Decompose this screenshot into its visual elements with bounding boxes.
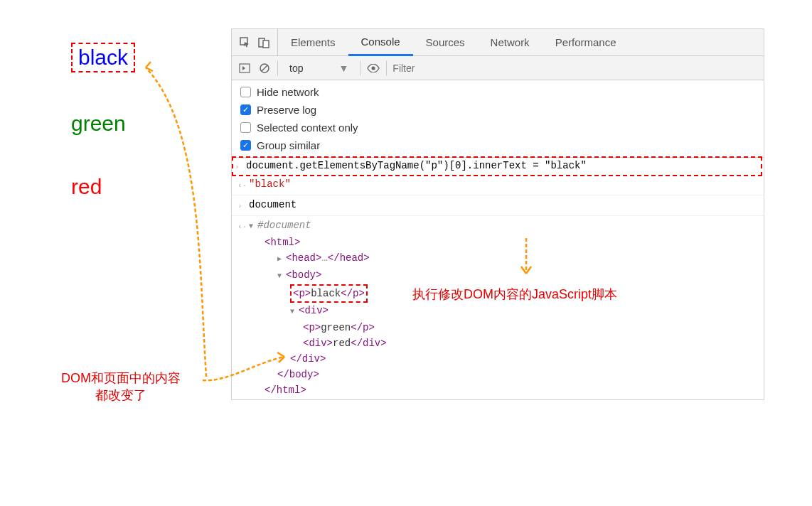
- tab-elements[interactable]: Elements: [278, 29, 348, 55]
- eye-icon[interactable]: [366, 61, 380, 75]
- body-open-tag[interactable]: <body>: [286, 269, 321, 281]
- div-close-tag: </div>: [290, 353, 326, 365]
- setting-group-similar[interactable]: ✓ Group similar: [232, 136, 764, 154]
- device-toggle-icon[interactable]: [256, 35, 272, 50]
- ellipsis: …: [321, 252, 327, 264]
- filter-input[interactable]: [386, 60, 758, 76]
- console-command-line[interactable]: › document.getElementsByTagName("p")[0].…: [232, 156, 762, 176]
- expand-triangle-icon[interactable]: ▼: [290, 304, 299, 320]
- body-close-tag: </body>: [277, 369, 319, 380]
- dropdown-icon: ▼: [338, 63, 348, 74]
- dom-tree[interactable]: ▼#document <html> ▶<head>…</head> ▼<body…: [249, 217, 758, 398]
- output-chevron-icon: ‹·: [237, 176, 249, 193]
- input-chevron-icon: ›: [237, 197, 249, 214]
- context-label: top: [289, 63, 303, 74]
- console-result: "black": [249, 176, 758, 192]
- html-close-tag: </html>: [265, 384, 306, 396]
- checkbox-checked-icon[interactable]: ✓: [240, 104, 251, 115]
- output-chevron-icon: ‹·: [237, 217, 249, 235]
- setting-label: Group similar: [257, 139, 320, 151]
- context-selector[interactable]: top ▼: [284, 61, 354, 75]
- checkbox-unchecked-icon[interactable]: [240, 122, 251, 133]
- setting-label: Hide network: [257, 86, 319, 98]
- console-command: document: [249, 197, 758, 212]
- console-result-line: ‹· "black": [232, 175, 764, 195]
- head-close-tag: </head>: [328, 252, 370, 264]
- div-open-tag[interactable]: <div>: [299, 305, 328, 316]
- page-text-black: black: [71, 43, 213, 72]
- rendered-page: black green red: [71, 43, 213, 238]
- tab-network[interactable]: Network: [478, 29, 543, 55]
- checkbox-unchecked-icon[interactable]: [240, 87, 251, 97]
- devtools-panel: Elements Console Sources Network Perform…: [231, 28, 764, 400]
- checkbox-checked-icon[interactable]: ✓: [240, 140, 251, 151]
- expand-triangle-icon[interactable]: ▼: [249, 219, 257, 235]
- setting-label: Selected context only: [257, 122, 358, 134]
- input-chevron-icon: ›: [235, 158, 246, 175]
- svg-point-6: [372, 66, 375, 70]
- expand-triangle-icon[interactable]: ▼: [277, 269, 286, 284]
- console-document-tree: ‹· ▼#document <html> ▶<head>…</head> ▼<b…: [232, 216, 764, 399]
- setting-selected-context[interactable]: Selected context only: [232, 119, 764, 136]
- console-command-line[interactable]: › document: [232, 195, 764, 216]
- page-text-red: red: [71, 175, 213, 199]
- console-command: document.getElementsByTagName("p")[0].in…: [246, 158, 759, 173]
- html-open-tag[interactable]: <html>: [265, 237, 300, 248]
- svg-line-5: [262, 65, 267, 71]
- p-tag-highlight[interactable]: <p>black</p>: [290, 284, 368, 303]
- inspect-icon[interactable]: [237, 35, 253, 50]
- document-node: #document: [257, 220, 311, 231]
- setting-hide-network[interactable]: Hide network: [232, 83, 764, 101]
- console-output: › document.getElementsByTagName("p")[0].…: [232, 156, 764, 399]
- head-open-tag[interactable]: <head>: [286, 252, 321, 264]
- annotation-dom-note: DOM和页面中的内容 都改变了: [39, 370, 203, 404]
- tabs-icons: [232, 29, 278, 55]
- black-highlight: black: [71, 43, 135, 72]
- clear-console-icon[interactable]: [257, 61, 272, 75]
- expand-triangle-icon[interactable]: ▶: [277, 252, 286, 267]
- page-text-green: green: [71, 112, 213, 136]
- setting-preserve-log[interactable]: ✓ Preserve log: [232, 101, 764, 119]
- setting-label: Preserve log: [257, 104, 316, 116]
- tab-sources[interactable]: Sources: [413, 29, 478, 55]
- tab-performance[interactable]: Performance: [543, 29, 629, 55]
- console-settings: Hide network ✓ Preserve log Selected con…: [232, 80, 764, 158]
- tab-console[interactable]: Console: [348, 30, 413, 56]
- svg-rect-2: [263, 41, 269, 48]
- devtools-tabs: Elements Console Sources Network Perform…: [232, 29, 764, 56]
- annotation-js-note: 执行修改DOM内容的JavaScript脚本: [412, 286, 617, 303]
- toggle-sidebar-icon[interactable]: [237, 61, 252, 75]
- console-toolbar: top ▼: [232, 56, 764, 80]
